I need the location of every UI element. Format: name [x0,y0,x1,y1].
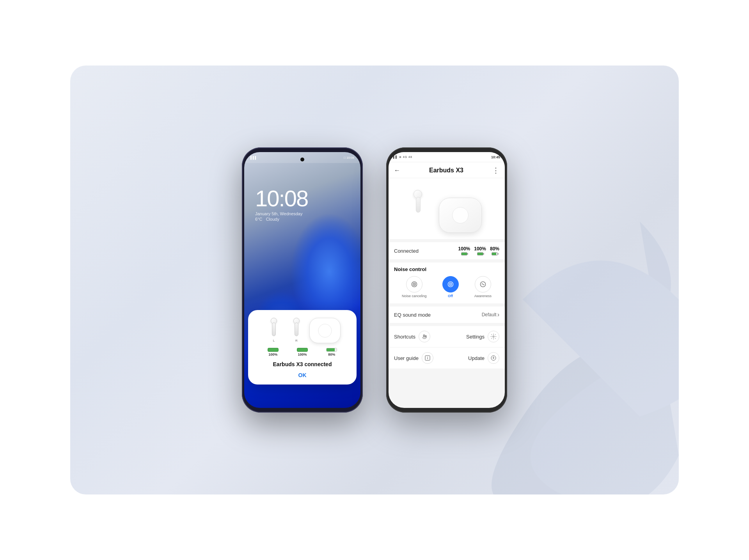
battery-right-bar [297,348,308,352]
gear-icon [490,333,497,340]
bat-left-pct: 100% [458,246,470,252]
date-display: January 5th, Wednesday [255,211,308,216]
awareness-icon [479,280,487,288]
right-earbud-label: R [287,339,306,342]
right-status-bar: ▌▌ ⊕ 4G 48 10:45 [389,152,505,162]
more-button[interactable]: ⋮ [492,166,499,175]
battery-left: 100% [268,348,279,356]
weather-display: 6°C Cloudy [255,217,308,222]
bat-right-icon [477,252,483,255]
popup-right-earbud: R [287,318,306,343]
svg-point-7 [493,336,494,337]
right-phone: ▌▌ ⊕ 4G 48 10:45 ← Earbuds X3 ⋮ [386,147,507,413]
shortcuts-item[interactable]: Shortcuts [394,331,430,342]
bat-left: 100% [458,246,470,255]
bat-right-pct: 100% [474,246,486,252]
update-icon [488,352,499,364]
user-guide-item[interactable]: User guide [394,352,433,364]
noise-options: Noise canceling Off [394,276,499,298]
left-earbud-label: L [264,339,284,342]
bat-case: 80% [490,246,499,255]
user-guide-icon [422,352,433,364]
bat-left-icon [461,252,467,255]
noise-cancel-icon [410,280,418,288]
popup-earbud-case [309,318,341,343]
battery-indicators: 100% 100% 80% [458,246,499,255]
battery-left-bar [268,348,279,352]
right-signal-icons: ▌▌ ⊕ 4G 48 [393,156,412,159]
battery-left-pct: 100% [268,353,277,356]
right-phone-screen: ▌▌ ⊕ 4G 48 10:45 ← Earbuds X3 ⋮ [389,152,505,408]
shortcuts-icon [419,331,430,342]
eq-label: EQ sound mode [394,312,431,318]
bat-case-icon [492,252,498,255]
noise-off-icon [447,280,454,288]
popup-left-earbud: L [264,318,284,343]
left-battery: □ 10:08 [344,156,354,159]
right-time: 10:45 [491,155,500,159]
lock-screen-time: 10:08 January 5th, Wednesday 6°C Cloudy [255,187,308,222]
noise-circle-awareness [475,276,491,292]
update-label: Update [468,355,485,361]
battery-case: 80% [326,348,337,356]
left-phone-screen: ▌▌▌ □ 10:08 10:08 January 5th, Wednesday… [244,152,360,408]
noise-circle-off [442,276,459,292]
shortcuts-settings-row: Shortcuts Settings [389,326,505,347]
time-display: 10:08 [255,187,308,210]
bat-right: 100% [474,246,486,255]
battery-case-bar [326,348,337,352]
popup-title: Earbuds X3 connected [254,361,350,367]
left-earbud-stem [272,323,276,336]
guide-update-row: User guide Update [389,347,505,369]
update-item[interactable]: Update [468,352,499,364]
earbuds-product-image [412,186,482,233]
earbuds-connected-popup: L R [248,310,357,385]
settings-item[interactable]: Settings [466,331,499,342]
noise-option-awareness[interactable]: Awareness [474,276,492,298]
back-button[interactable]: ← [394,167,400,174]
right-app-header: ← Earbuds X3 ⋮ [389,162,505,178]
eq-sound-section[interactable]: EQ sound mode Default › [389,307,505,326]
battery-right: 100% [297,348,308,356]
left-signal: ▌▌▌ [250,156,257,159]
noise-control-title: Noise control [394,266,499,272]
popup-earbuds-image: L R [254,318,350,343]
noise-off-label: Off [448,294,453,298]
shortcuts-label: Shortcuts [394,334,415,340]
battery-right-pct: 100% [298,353,307,356]
noise-option-off[interactable]: Off [442,276,459,298]
download-circle-icon [490,355,497,361]
case-inner-circle [318,324,332,337]
eq-chevron: › [497,311,499,318]
popup-ok-button[interactable]: OK [254,372,350,378]
temp-display: 6°C [255,217,262,222]
svg-point-2 [414,284,415,285]
hand-icon [421,333,428,340]
camera-dot [300,158,304,161]
wallpaper: ▌▌▌ □ 10:08 10:08 January 5th, Wednesday… [244,152,360,408]
right-earbud-stem [295,323,298,336]
user-guide-label: User guide [394,355,419,361]
main-container: ▌▌▌ □ 10:08 10:08 January 5th, Wednesday… [70,66,679,494]
connected-label: Connected [394,248,419,254]
noise-control-section: Noise control Noise canceling [389,262,505,307]
connected-section: Connected 100% 100% 80% [389,242,505,262]
noise-circle-canceling [406,276,422,292]
case-large [439,198,482,233]
actions-section: Shortcuts Settings [389,326,505,372]
info-icon [424,355,431,361]
eq-default-value: Default › [482,311,499,318]
settings-icon [488,331,499,342]
awareness-label: Awareness [474,294,492,298]
popup-battery-row: 100% 100% 80% [254,348,350,356]
noise-cancel-label: Noise canceling [402,294,427,298]
bat-case-pct: 80% [490,246,499,252]
noise-option-canceling[interactable]: Noise canceling [402,276,427,298]
stem-body-left [416,197,421,213]
svg-point-5 [450,284,451,285]
eq-value: Default [482,312,497,317]
left-phone: ▌▌▌ □ 10:08 10:08 January 5th, Wednesday… [242,147,363,413]
app-title: Earbuds X3 [429,167,463,174]
settings-label: Settings [466,334,485,340]
battery-case-pct: 80% [328,353,335,356]
